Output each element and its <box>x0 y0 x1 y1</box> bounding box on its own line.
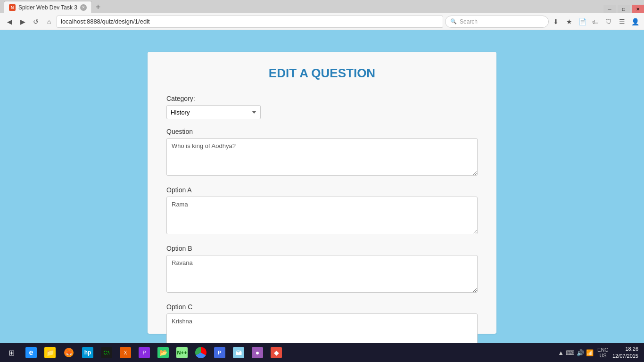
hp-icon: hp <box>82 347 93 358</box>
search-placeholder: Search <box>460 18 478 25</box>
menu-icon[interactable]: ☰ <box>617 16 627 27</box>
ie-icon: e <box>25 347 37 358</box>
option-c-textarea[interactable]: Krishna <box>166 313 478 343</box>
question-label: Question <box>166 128 478 135</box>
date: 12/07/2015 <box>612 353 638 360</box>
start-button[interactable]: ⊞ <box>2 344 21 361</box>
form-container: EDIT A QUESTION Category: History Scienc… <box>148 52 496 334</box>
taskbar-app2-icon[interactable]: ◆ <box>268 344 285 361</box>
tab-favicon: N <box>9 4 16 11</box>
taskbar: ⊞ e 📁 🦊 hp C:\ X P 📂 N++ P 🏔 <box>0 343 644 362</box>
browser-tab[interactable]: N Spider Web Dev Task 3 × <box>4 1 92 13</box>
pocket-icon[interactable]: 🏷 <box>590 16 601 27</box>
taskbar-right: ▲ ⌨ 🔊 📶 ENGUS 18:26 12/07/2015 <box>558 346 642 360</box>
address-bar[interactable]: localhost:8888/quiz/design/1/edit <box>57 16 443 28</box>
close-button[interactable]: ✕ <box>632 5 644 13</box>
option-c-group: Option C Krishna <box>166 303 478 343</box>
refresh-button[interactable]: ↺ <box>30 16 41 27</box>
category-group: Category: History Science Math Geography <box>166 95 478 119</box>
question-textarea[interactable]: Who is king of Aodhya? <box>166 138 478 176</box>
search-bar[interactable]: 🔍 Search <box>445 16 549 28</box>
option-b-textarea[interactable]: Ravana <box>166 255 478 293</box>
download-icon[interactable]: ⬇ <box>551 16 561 27</box>
new-tab-button[interactable]: + <box>92 1 104 13</box>
tab-strip: N Spider Web Dev Task 3 × + ─ □ ✕ <box>0 0 644 13</box>
forward-button[interactable]: ▶ <box>17 16 28 27</box>
time: 18:26 <box>612 346 638 353</box>
phpdesign-icon: P <box>214 347 225 358</box>
volume-icon: 🔊 <box>577 349 584 356</box>
taskbar-filemanager-icon[interactable]: 📂 <box>155 344 172 361</box>
content-area: EDIT A QUESTION Category: History Scienc… <box>0 42 644 343</box>
firefox-icon: 🦊 <box>64 348 74 357</box>
taskbar-phpdesign-icon[interactable]: P <box>211 344 228 361</box>
maximize-button[interactable]: □ <box>618 5 630 13</box>
taskbar-xampp-icon[interactable]: X <box>117 344 134 361</box>
filemanager-icon: 📂 <box>157 347 169 358</box>
signal-icon: 📶 <box>586 349 594 356</box>
tab-label: Spider Web Dev Task 3 <box>18 4 77 11</box>
app1-icon: ● <box>252 347 263 358</box>
window-controls: ─ □ ✕ <box>603 5 644 13</box>
taskbar-firefox-icon[interactable]: 🦊 <box>60 344 77 361</box>
category-select[interactable]: History Science Math Geography <box>166 105 261 119</box>
nav-bar: ◀ ▶ ↺ ⌂ localhost:8888/quiz/design/1/edi… <box>0 13 644 30</box>
taskbar-cmd-icon[interactable]: C:\ <box>98 344 115 361</box>
taskbar-photos-icon[interactable]: 🏔 <box>230 344 247 361</box>
option-a-label: Option A <box>166 186 478 194</box>
xampp-icon: X <box>120 347 131 358</box>
taskbar-ie-icon[interactable]: e <box>23 344 40 361</box>
search-icon: 🔍 <box>450 18 457 25</box>
taskbar-notepad-icon[interactable]: N++ <box>173 344 190 361</box>
option-b-label: Option B <box>166 245 478 252</box>
taskbar-hp-icon[interactable]: hp <box>79 344 96 361</box>
reader-icon[interactable]: 📄 <box>577 16 587 27</box>
address-text: localhost:8888/quiz/design/1/edit <box>61 18 439 25</box>
profile-icon[interactable]: 👤 <box>630 16 640 27</box>
taskbar-phpstorm-icon[interactable]: P <box>136 344 153 361</box>
page-title: EDIT A QUESTION <box>166 66 478 81</box>
explorer-icon: 📁 <box>44 347 56 358</box>
taskbar-explorer-icon[interactable]: 📁 <box>41 344 58 361</box>
option-c-label: Option C <box>166 303 478 311</box>
back-button[interactable]: ◀ <box>4 16 15 27</box>
shield-icon[interactable]: 🛡 <box>603 16 614 27</box>
network-icon: ▲ <box>558 349 564 356</box>
minimize-button[interactable]: ─ <box>603 5 616 13</box>
option-b-group: Option B Ravana <box>166 245 478 295</box>
nav-icons: ⬇ ★ 📄 🏷 🛡 ☰ 👤 <box>551 16 640 27</box>
chrome-icon <box>195 347 206 358</box>
home-button[interactable]: ⌂ <box>43 16 55 27</box>
category-label: Category: <box>166 95 478 102</box>
photos-icon: 🏔 <box>233 347 244 358</box>
sys-tray: ▲ ⌨ 🔊 📶 <box>558 349 594 356</box>
bookmarks-icon[interactable]: ★ <box>564 16 574 27</box>
option-a-textarea[interactable]: Rama <box>166 197 478 234</box>
taskbar-app1-icon[interactable]: ● <box>249 344 266 361</box>
language-indicator: ENGUS <box>597 347 609 358</box>
tab-close-button[interactable]: × <box>80 4 87 11</box>
notepad-icon: N++ <box>176 347 188 358</box>
app2-icon: ◆ <box>271 347 282 358</box>
keyboard-icon: ⌨ <box>566 349 575 356</box>
time-display: 18:26 12/07/2015 <box>612 346 638 360</box>
phpstorm-icon: P <box>139 347 150 358</box>
question-group: Question Who is king of Aodhya? <box>166 128 478 178</box>
option-a-group: Option A Rama <box>166 186 478 236</box>
cmd-icon: C:\ <box>101 347 112 358</box>
taskbar-chrome-icon[interactable] <box>192 344 209 361</box>
